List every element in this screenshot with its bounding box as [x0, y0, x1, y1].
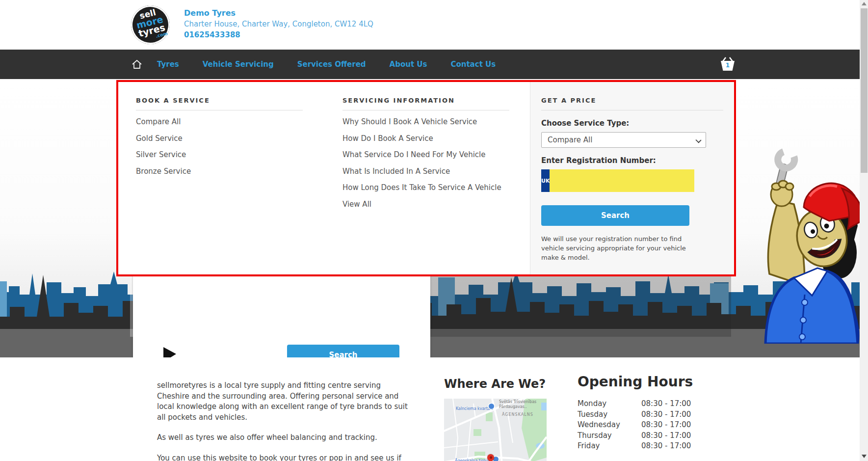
nav-item-vehicle-servicing[interactable]: Vehicle Servicing [191, 60, 286, 69]
hero-overlay-right [430, 276, 731, 337]
about-text: sellmoretyres is a local tyre supply and… [157, 380, 413, 461]
menu-link-why-book[interactable]: Why Should I Book A Vehicle Service [342, 117, 509, 127]
hours-row: Wednesday 08:30 - 17:00 [578, 420, 715, 431]
divider [541, 110, 723, 110]
hours-row: Tuesday 08:30 - 17:00 [578, 409, 715, 420]
hours-time: 08:30 - 17:00 [641, 420, 691, 431]
registration-plate: UK [541, 169, 689, 192]
menu-link-how-book[interactable]: How Do I Book A Service [342, 134, 509, 144]
hours-time: 08:30 - 17:00 [641, 431, 691, 441]
hours-time: 08:30 - 17:00 [641, 441, 691, 452]
site-logo[interactable]: sell more tyres .com [127, 1, 174, 49]
hours-day: Wednesday [578, 420, 641, 431]
nav-item-contact-us[interactable]: Contact Us [439, 60, 507, 69]
services-mega-menu: BOOK A SERVICE Compare All Gold Service … [116, 80, 736, 276]
hours-day: Friday [578, 441, 641, 452]
menu-link-compare-all[interactable]: Compare All [136, 117, 303, 127]
service-type-value: Compare All [548, 136, 592, 144]
column-title: BOOK A SERVICE [136, 97, 303, 104]
vertical-scrollbar[interactable] [860, 0, 868, 461]
business-name: Demo Tyres [184, 8, 373, 18]
hours-row: Monday 08:30 - 17:00 [578, 399, 715, 409]
page: sell more tyres .com Demo Tyres Charter … [0, 0, 868, 461]
hours-row: Friday 08:30 - 17:00 [578, 441, 715, 452]
price-search-button[interactable]: Search [541, 205, 689, 226]
about-paragraph: As well as tyres we also offer wheel bal… [157, 433, 413, 443]
scroll-up-icon[interactable] [862, 2, 867, 5]
scrollbar-thumb[interactable] [861, 8, 868, 173]
home-icon [131, 58, 143, 70]
business-phone[interactable]: 01625433388 [184, 30, 373, 39]
home-button[interactable] [129, 56, 145, 73]
chevron-down-icon [695, 137, 701, 143]
registration-input[interactable] [550, 169, 694, 192]
location-map[interactable]: Kalnciema kvartals Svētās Trīsvienības P… [444, 399, 547, 461]
hours-row: Thursday 08:30 - 17:00 [578, 431, 715, 441]
hours-day: Monday [578, 399, 641, 409]
main-navbar: Tyres Vehicle Servicing Services Offered… [0, 50, 860, 79]
map-transit-icon [489, 404, 494, 409]
registration-label: Enter Registration Number: [541, 156, 723, 165]
menu-link-bronze-service[interactable]: Bronze Service [136, 167, 303, 177]
map-label-kalnciema: Kalnciema kvartals [456, 407, 493, 411]
header: sell more tyres .com Demo Tyres Charter … [0, 0, 860, 50]
shop-info: Demo Tyres Charter House, Charter Way, C… [184, 8, 373, 39]
scroll-down-icon[interactable] [862, 455, 867, 458]
hours-day: Tuesday [578, 409, 641, 420]
divider [136, 110, 303, 110]
service-type-label: Choose Service Type: [541, 119, 723, 128]
menu-column-servicing-information: SERVICING INFORMATION Why Should I Book … [342, 82, 509, 274]
basket-count: 1 [718, 62, 737, 69]
where-are-we: Where Are We? [444, 377, 547, 461]
menu-column-book-a-service: BOOK A SERVICE Compare All Gold Service … [136, 82, 303, 274]
nav-item-services-offered[interactable]: Services Offered [286, 60, 378, 69]
mechanic-illustration [731, 147, 865, 344]
menu-link-view-all[interactable]: View All [342, 200, 509, 210]
menu-link-how-long[interactable]: How Long Does It Take To Service A Vehic… [342, 183, 509, 193]
divider [342, 110, 509, 110]
uk-badge: UK [541, 169, 550, 192]
content-section: sellmoretyres is a local tyre supply and… [0, 357, 860, 461]
nav-item-tyres[interactable]: Tyres [145, 60, 191, 69]
column-title: GET A PRICE [541, 97, 723, 104]
map-label-agenskalns: ĀGENSKALNS [502, 412, 533, 417]
basket-button[interactable]: 1 [718, 55, 737, 74]
menu-link-what-included[interactable]: What Is Included In A Service [342, 167, 509, 177]
hours-time: 08:30 - 17:00 [641, 409, 691, 420]
menu-link-gold-service[interactable]: Gold Service [136, 134, 303, 144]
column-title: SERVICING INFORMATION [342, 97, 509, 104]
service-type-select[interactable]: Compare All [541, 132, 706, 148]
about-paragraph: sellmoretyres is a local tyre supply and… [157, 380, 413, 423]
hours-time: 08:30 - 17:00 [641, 399, 691, 409]
business-address: Charter House, Charter Way, Congleton, C… [184, 20, 373, 28]
nav-item-about-us[interactable]: About Us [378, 60, 439, 69]
about-paragraph: You can use this website to book your ty… [157, 453, 413, 461]
map-label-tirgus: Āgenskalna tirgus [455, 459, 490, 461]
price-note: We will use your registration number to … [541, 234, 693, 262]
hours-title: Opening Hours [578, 374, 715, 390]
menu-link-silver-service[interactable]: Silver Service [136, 150, 303, 160]
where-title: Where Are We? [444, 377, 547, 391]
map-label-svetas: Svētās Trīsvienības Pārdaugavas.. [499, 400, 542, 409]
menu-column-get-a-price: GET A PRICE Choose Service Type: Compare… [530, 82, 734, 274]
opening-hours: Opening Hours Monday 08:30 - 17:00 Tuesd… [578, 374, 715, 452]
menu-link-what-service[interactable]: What Service Do I Need For My Vehicle [342, 150, 509, 160]
hours-day: Thursday [578, 431, 641, 441]
